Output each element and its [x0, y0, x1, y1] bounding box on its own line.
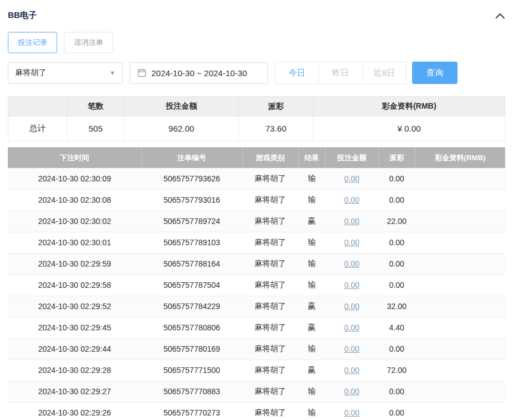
payout-cell: 0.00	[378, 402, 415, 420]
game-type-cell: 麻将胡了	[242, 189, 298, 211]
summary-header-bonus: 彩金资料(RMB)	[313, 97, 505, 116]
bet-amount-link[interactable]: 0.00	[344, 302, 359, 311]
table-row: 2024-10-30 02:30:085065757793016麻将胡了输0.0…	[8, 189, 505, 211]
result-cell: 赢	[298, 317, 325, 338]
bet-amount-link[interactable]: 0.00	[344, 366, 359, 375]
collapse-panel-button[interactable]	[495, 12, 505, 19]
game-type-cell: 麻将胡了	[242, 317, 298, 338]
game-type-cell: 麻将胡了	[242, 232, 298, 253]
game-select[interactable]: 麻将胡了 ▼	[8, 62, 123, 84]
bet-time-cell: 2024-10-30 02:30:01	[8, 232, 141, 253]
bonus-cell	[415, 211, 505, 232]
bet-time-cell: 2024-10-30 02:29:52	[8, 296, 141, 317]
chevron-up-icon	[495, 12, 505, 19]
bet-amount-link[interactable]: 0.00	[344, 387, 359, 396]
bonus-cell	[415, 274, 505, 296]
record-tabs: 投注记录 连消注单	[8, 32, 505, 53]
bet-amount-link[interactable]: 0.00	[344, 408, 359, 417]
last-8-days-button[interactable]: 近8日	[362, 62, 406, 84]
bet-amount-cell: 0.00	[325, 402, 378, 420]
header-order-id: 注单编号	[141, 147, 242, 168]
game-select-value: 麻将胡了	[15, 68, 47, 78]
table-row: 2024-10-30 02:29:275065757770883麻将胡了输0.0…	[8, 381, 505, 402]
bonus-cell	[415, 253, 505, 274]
bet-amount-link[interactable]: 0.00	[344, 195, 359, 204]
bet-amount-cell: 0.00	[325, 296, 378, 317]
order-id-cell: 5065757789103	[141, 232, 242, 253]
bonus-cell	[415, 296, 505, 317]
records-table: 下注时间 注单编号 游戏类别 结果 投注金额 派彩 彩金资料(RMB) 2024…	[8, 147, 505, 420]
game-type-cell: 麻将胡了	[242, 338, 298, 360]
payout-cell: 0.00	[378, 338, 415, 360]
order-id-cell: 5065757771500	[141, 360, 242, 381]
bet-amount-link[interactable]: 0.00	[344, 344, 359, 353]
game-type-cell: 麻将胡了	[242, 381, 298, 402]
result-cell: 输	[298, 232, 325, 253]
bonus-cell	[415, 232, 505, 253]
table-row: 2024-10-30 02:29:445065757780169麻将胡了输0.0…	[8, 338, 505, 360]
summary-total-count: 505	[67, 116, 124, 141]
bet-time-cell: 2024-10-30 02:29:27	[8, 381, 141, 402]
bet-amount-link[interactable]: 0.00	[344, 259, 359, 268]
table-row: 2024-10-30 02:29:265065757770273麻将胡了输0.0…	[8, 402, 505, 420]
payout-cell: 0.00	[378, 232, 415, 253]
payout-cell: 0.00	[378, 189, 415, 211]
game-type-cell: 麻将胡了	[242, 274, 298, 296]
payout-cell: 22.00	[378, 211, 415, 232]
game-type-cell: 麻将胡了	[242, 253, 298, 274]
bonus-cell	[415, 338, 505, 360]
payout-cell: 0.00	[378, 274, 415, 296]
result-cell: 赢	[298, 360, 325, 381]
calendar-icon	[137, 68, 146, 77]
table-row: 2024-10-30 02:29:525065757784229麻将胡了赢0.0…	[8, 296, 505, 317]
header-game-type: 游戏类别	[242, 147, 298, 168]
order-id-cell: 5065757780169	[141, 338, 242, 360]
table-row: 2024-10-30 02:30:025065757789724麻将胡了赢0.0…	[8, 211, 505, 232]
header-bet-time: 下注时间	[8, 147, 141, 168]
bet-amount-link[interactable]: 0.00	[344, 281, 359, 290]
bet-amount-cell: 0.00	[325, 189, 378, 211]
result-cell: 输	[298, 402, 325, 420]
result-cell: 输	[298, 338, 325, 360]
bonus-cell	[415, 402, 505, 420]
order-id-cell: 5065757789724	[141, 211, 242, 232]
filter-bar: 麻将胡了 ▼ 2024-10-30 ~ 2024-10-30 今日 昨日 近8日…	[8, 62, 505, 84]
payout-cell: 72.00	[378, 360, 415, 381]
header-bet-amount: 投注金额	[325, 147, 378, 168]
bet-amount-link[interactable]: 0.00	[344, 217, 359, 226]
tab-bet-records[interactable]: 投注记录	[8, 32, 57, 53]
summary-total-bet-amount: 962.00	[124, 116, 239, 141]
table-row: 2024-10-30 02:29:585065757787504麻将胡了输0.0…	[8, 274, 505, 296]
bet-amount-link[interactable]: 0.00	[344, 238, 359, 247]
bet-amount-link[interactable]: 0.00	[344, 323, 359, 332]
payout-cell: 4.40	[378, 317, 415, 338]
header-payout: 派彩	[378, 147, 415, 168]
order-id-cell: 5065757770273	[141, 402, 242, 420]
summary-total-row: 总计 505 962.00 73.60 ¥ 0.00	[8, 116, 505, 141]
tab-chain-cancel-orders[interactable]: 连消注单	[64, 32, 113, 53]
header-result: 结果	[298, 147, 325, 168]
today-button[interactable]: 今日	[275, 62, 319, 84]
bet-amount-cell: 0.00	[325, 338, 378, 360]
result-cell: 赢	[298, 296, 325, 317]
bet-amount-cell: 0.00	[325, 253, 378, 274]
result-cell: 输	[298, 253, 325, 274]
bet-amount-link[interactable]: 0.00	[344, 174, 359, 183]
order-id-cell: 5065757793626	[141, 168, 242, 189]
bonus-cell	[415, 381, 505, 402]
summary-header-payout: 派彩	[239, 97, 313, 116]
yesterday-button[interactable]: 昨日	[318, 62, 363, 84]
summary-header-empty	[8, 97, 67, 116]
bet-time-cell: 2024-10-30 02:29:59	[8, 253, 141, 274]
order-id-cell: 5065757787504	[141, 274, 242, 296]
order-id-cell: 5065757784229	[141, 296, 242, 317]
date-range-picker[interactable]: 2024-10-30 ~ 2024-10-30	[130, 62, 268, 84]
payout-cell: 0.00	[378, 253, 415, 274]
game-type-cell: 麻将胡了	[242, 168, 298, 189]
bonus-cell	[415, 189, 505, 211]
page-title: BB电子	[8, 10, 37, 21]
summary-header-row: 笔数 投注金额 派彩 彩金资料(RMB)	[8, 97, 505, 116]
bet-time-cell: 2024-10-30 02:30:08	[8, 189, 141, 211]
search-button[interactable]: 查询	[412, 62, 457, 84]
order-id-cell: 5065757770883	[141, 381, 242, 402]
